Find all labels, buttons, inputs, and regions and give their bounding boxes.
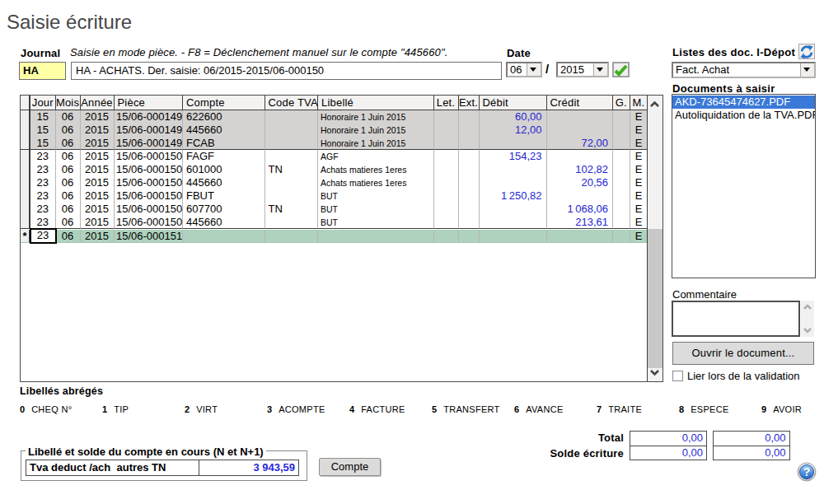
svg-text:?: ? [803,465,811,478]
